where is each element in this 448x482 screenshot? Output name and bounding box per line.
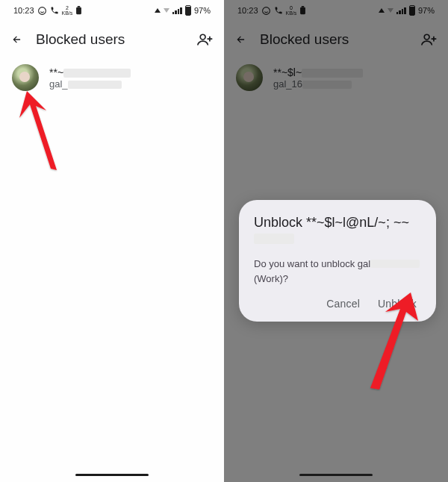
svg-point-0	[38, 7, 46, 14]
cancel-button[interactable]: Cancel	[326, 298, 360, 310]
blocked-user-row[interactable]: **~ gal_	[0, 57, 224, 98]
dialog-body: Do you want to unblock gal (Work)?	[254, 257, 421, 286]
page-title: Blocked users	[36, 31, 185, 48]
signal-icon	[172, 7, 182, 14]
battery-icon	[185, 5, 191, 16]
blocked-user-name: **~	[49, 66, 131, 78]
svg-rect-2	[78, 6, 80, 7]
battery-small-icon	[75, 6, 82, 15]
right-screenshot: 10:23 0 KB/s 97% Blocked users **~$l~	[224, 0, 448, 482]
dialog-title: Unblock **~$l~l@nL/~; ~~	[254, 215, 421, 246]
data-speed-indicator: 2 KB/s	[62, 5, 73, 16]
blocked-user-subtitle: gal_	[49, 78, 131, 90]
phone-icon	[50, 6, 59, 15]
status-time: 10:23	[13, 6, 34, 15]
svg-rect-1	[76, 7, 81, 14]
whatsapp-icon	[37, 6, 47, 16]
wifi-rx-icon	[164, 8, 169, 13]
gesture-bar	[75, 474, 149, 477]
annotation-arrow-left	[16, 88, 69, 178]
battery-percent: 97%	[194, 6, 211, 15]
left-screenshot: 10:23 2 KB/s 97% Blocked users **~	[0, 0, 224, 482]
gesture-bar	[299, 474, 373, 477]
unblock-button[interactable]: Unblock	[378, 298, 417, 310]
back-icon[interactable]	[10, 34, 24, 45]
status-bar: 10:23 2 KB/s 97%	[0, 0, 224, 18]
add-person-icon[interactable]	[197, 33, 214, 46]
avatar	[12, 64, 39, 91]
unblock-dialog: Unblock **~$l~l@nL/~; ~~ Do you want to …	[239, 200, 436, 322]
wifi-tx-icon	[155, 8, 161, 13]
svg-point-3	[200, 34, 205, 40]
app-bar: Blocked users	[0, 18, 224, 57]
